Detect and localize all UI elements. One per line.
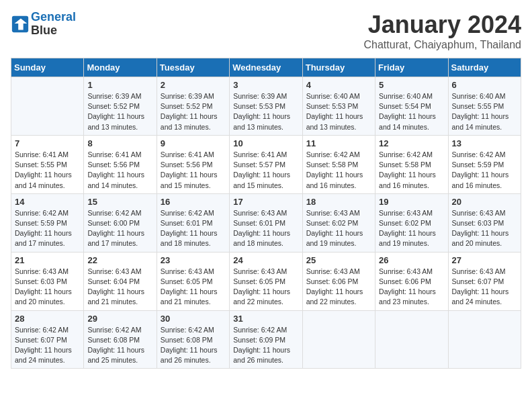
calendar-cell — [448, 310, 521, 369]
cell-details: Sunrise: 6:43 AMSunset: 6:06 PMDaylight:… — [306, 267, 371, 308]
calendar-week-3: 14Sunrise: 6:42 AMSunset: 5:59 PMDayligh… — [11, 193, 521, 252]
cell-details: Sunrise: 6:42 AMSunset: 6:07 PMDaylight:… — [15, 325, 80, 366]
day-number: 6 — [452, 80, 517, 90]
calendar-cell — [11, 77, 84, 136]
cell-details: Sunrise: 6:43 AMSunset: 6:05 PMDaylight:… — [161, 267, 226, 308]
cell-details: Sunrise: 6:41 AMSunset: 5:56 PMDaylight:… — [87, 150, 152, 191]
cell-details: Sunrise: 6:42 AMSunset: 6:01 PMDaylight:… — [161, 208, 226, 249]
calendar-cell: 5Sunrise: 6:40 AMSunset: 5:54 PMDaylight… — [375, 77, 448, 136]
calendar-cell: 6Sunrise: 6:40 AMSunset: 5:55 PMDaylight… — [448, 77, 521, 136]
cell-details: Sunrise: 6:43 AMSunset: 6:02 PMDaylight:… — [379, 208, 444, 249]
calendar-cell: 9Sunrise: 6:41 AMSunset: 5:56 PMDaylight… — [157, 135, 229, 193]
calendar-cell: 11Sunrise: 6:42 AMSunset: 5:58 PMDayligh… — [302, 135, 375, 193]
day-number: 10 — [233, 138, 298, 148]
day-number: 25 — [306, 255, 371, 265]
day-number: 7 — [15, 138, 80, 148]
cell-details: Sunrise: 6:42 AMSunset: 5:59 PMDaylight:… — [15, 208, 80, 249]
day-number: 14 — [15, 197, 80, 207]
calendar-cell: 10Sunrise: 6:41 AMSunset: 5:57 PMDayligh… — [230, 135, 302, 193]
calendar-cell: 4Sunrise: 6:40 AMSunset: 5:53 PMDaylight… — [302, 77, 375, 136]
cell-details: Sunrise: 6:42 AMSunset: 6:00 PMDaylight:… — [87, 208, 152, 249]
calendar-cell: 21Sunrise: 6:43 AMSunset: 6:03 PMDayligh… — [11, 252, 84, 310]
calendar-cell: 13Sunrise: 6:42 AMSunset: 5:59 PMDayligh… — [448, 135, 521, 193]
col-header-saturday: Saturday — [448, 58, 521, 77]
calendar-cell: 16Sunrise: 6:42 AMSunset: 6:01 PMDayligh… — [157, 193, 229, 252]
calendar-cell: 2Sunrise: 6:39 AMSunset: 5:52 PMDaylight… — [157, 77, 229, 136]
day-number: 20 — [452, 197, 517, 207]
cell-details: Sunrise: 6:43 AMSunset: 6:03 PMDaylight:… — [452, 208, 517, 249]
cell-details: Sunrise: 6:41 AMSunset: 5:56 PMDaylight:… — [161, 150, 226, 191]
day-number: 27 — [452, 255, 517, 265]
calendar-cell: 14Sunrise: 6:42 AMSunset: 5:59 PMDayligh… — [11, 193, 84, 252]
cell-details: Sunrise: 6:42 AMSunset: 6:08 PMDaylight:… — [87, 325, 152, 366]
day-number: 13 — [452, 138, 517, 148]
calendar-cell: 17Sunrise: 6:43 AMSunset: 6:01 PMDayligh… — [230, 193, 302, 252]
col-header-wednesday: Wednesday — [230, 58, 302, 77]
cell-details: Sunrise: 6:43 AMSunset: 6:02 PMDaylight:… — [306, 208, 371, 249]
calendar-table: SundayMondayTuesdayWednesdayThursdayFrid… — [11, 58, 521, 369]
calendar-cell: 20Sunrise: 6:43 AMSunset: 6:03 PMDayligh… — [448, 193, 521, 252]
cell-details: Sunrise: 6:43 AMSunset: 6:01 PMDaylight:… — [233, 208, 298, 249]
calendar-cell: 12Sunrise: 6:42 AMSunset: 5:58 PMDayligh… — [375, 135, 448, 193]
cell-details: Sunrise: 6:42 AMSunset: 6:09 PMDaylight:… — [233, 325, 298, 366]
calendar-week-5: 28Sunrise: 6:42 AMSunset: 6:07 PMDayligh… — [11, 310, 521, 369]
cell-details: Sunrise: 6:40 AMSunset: 5:55 PMDaylight:… — [452, 91, 517, 132]
calendar-week-4: 21Sunrise: 6:43 AMSunset: 6:03 PMDayligh… — [11, 252, 521, 310]
cell-details: Sunrise: 6:39 AMSunset: 5:52 PMDaylight:… — [87, 91, 152, 132]
day-number: 1 — [87, 80, 152, 90]
col-header-thursday: Thursday — [302, 58, 375, 77]
page-header: General Blue January 2024 Chatturat, Cha… — [11, 11, 521, 51]
cell-details: Sunrise: 6:43 AMSunset: 6:07 PMDaylight:… — [452, 267, 517, 308]
cell-details: Sunrise: 6:42 AMSunset: 6:08 PMDaylight:… — [161, 325, 226, 366]
calendar-cell: 22Sunrise: 6:43 AMSunset: 6:04 PMDayligh… — [84, 252, 157, 310]
cell-details: Sunrise: 6:39 AMSunset: 5:52 PMDaylight:… — [161, 91, 226, 132]
cell-details: Sunrise: 6:43 AMSunset: 6:04 PMDaylight:… — [87, 267, 152, 308]
title-block: January 2024 Chatturat, Chaiyaphum, Thai… — [363, 11, 521, 51]
logo: General Blue — [11, 11, 76, 38]
cell-details: Sunrise: 6:40 AMSunset: 5:53 PMDaylight:… — [306, 91, 371, 132]
logo-icon — [11, 15, 30, 34]
calendar-cell: 8Sunrise: 6:41 AMSunset: 5:56 PMDaylight… — [84, 135, 157, 193]
calendar-cell: 25Sunrise: 6:43 AMSunset: 6:06 PMDayligh… — [302, 252, 375, 310]
day-number: 23 — [161, 255, 226, 265]
day-number: 5 — [379, 80, 444, 90]
calendar-cell: 18Sunrise: 6:43 AMSunset: 6:02 PMDayligh… — [302, 193, 375, 252]
calendar-cell: 27Sunrise: 6:43 AMSunset: 6:07 PMDayligh… — [448, 252, 521, 310]
day-number: 4 — [306, 80, 371, 90]
calendar-cell: 28Sunrise: 6:42 AMSunset: 6:07 PMDayligh… — [11, 310, 84, 369]
month-title: January 2024 — [363, 11, 521, 39]
calendar-cell: 23Sunrise: 6:43 AMSunset: 6:05 PMDayligh… — [157, 252, 229, 310]
col-header-sunday: Sunday — [11, 58, 84, 77]
day-number: 11 — [306, 138, 371, 148]
cell-details: Sunrise: 6:40 AMSunset: 5:54 PMDaylight:… — [379, 91, 444, 132]
cell-details: Sunrise: 6:41 AMSunset: 5:57 PMDaylight:… — [233, 150, 298, 191]
day-number: 26 — [379, 255, 444, 265]
day-number: 17 — [233, 197, 298, 207]
calendar-header-row: SundayMondayTuesdayWednesdayThursdayFrid… — [11, 58, 521, 77]
calendar-cell: 24Sunrise: 6:43 AMSunset: 6:05 PMDayligh… — [230, 252, 302, 310]
col-header-tuesday: Tuesday — [157, 58, 229, 77]
cell-details: Sunrise: 6:43 AMSunset: 6:06 PMDaylight:… — [379, 267, 444, 308]
day-number: 2 — [161, 80, 226, 90]
day-number: 21 — [15, 255, 80, 265]
day-number: 31 — [233, 314, 298, 324]
calendar-cell: 19Sunrise: 6:43 AMSunset: 6:02 PMDayligh… — [375, 193, 448, 252]
day-number: 16 — [161, 197, 226, 207]
cell-details: Sunrise: 6:42 AMSunset: 5:58 PMDaylight:… — [379, 150, 444, 191]
day-number: 19 — [379, 197, 444, 207]
calendar-cell: 26Sunrise: 6:43 AMSunset: 6:06 PMDayligh… — [375, 252, 448, 310]
calendar-cell — [302, 310, 375, 369]
calendar-cell: 3Sunrise: 6:39 AMSunset: 5:53 PMDaylight… — [230, 77, 302, 136]
calendar-cell: 1Sunrise: 6:39 AMSunset: 5:52 PMDaylight… — [84, 77, 157, 136]
cell-details: Sunrise: 6:43 AMSunset: 6:05 PMDaylight:… — [233, 267, 298, 308]
day-number: 18 — [306, 197, 371, 207]
cell-details: Sunrise: 6:42 AMSunset: 5:58 PMDaylight:… — [306, 150, 371, 191]
day-number: 22 — [87, 255, 152, 265]
day-number: 28 — [15, 314, 80, 324]
calendar-cell: 15Sunrise: 6:42 AMSunset: 6:00 PMDayligh… — [84, 193, 157, 252]
col-header-monday: Monday — [84, 58, 157, 77]
logo-general: General — [31, 10, 76, 24]
day-number: 29 — [87, 314, 152, 324]
day-number: 8 — [87, 138, 152, 148]
calendar-body: 1Sunrise: 6:39 AMSunset: 5:52 PMDaylight… — [11, 77, 521, 369]
